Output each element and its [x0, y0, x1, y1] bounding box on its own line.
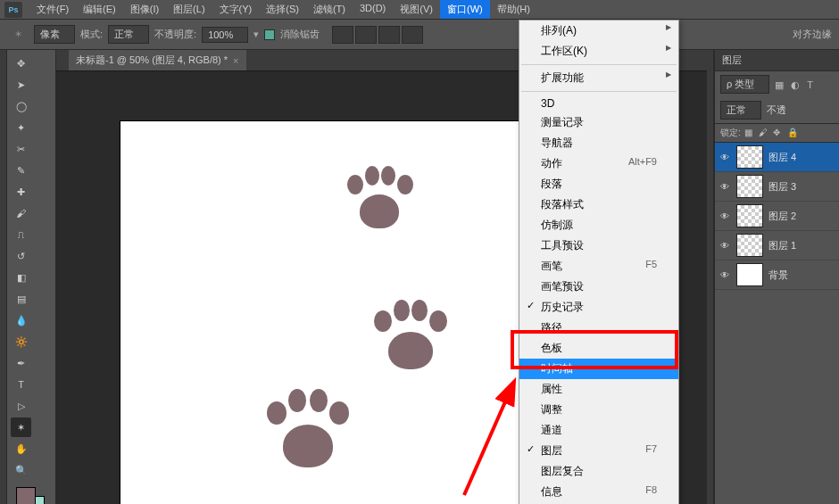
menu-item-7[interactable]: 3D(D): [353, 0, 393, 19]
menu-entry[interactable]: 3D: [519, 95, 678, 112]
layer-thumbnail[interactable]: [736, 175, 763, 198]
lock-position-icon[interactable]: ✥: [773, 128, 784, 138]
menu-item-6[interactable]: 滤镜(T): [306, 0, 353, 19]
mode-select[interactable]: 正常: [108, 25, 149, 44]
filter-type-icon[interactable]: T: [807, 79, 818, 90]
color-swatches: [11, 487, 52, 504]
menu-entry[interactable]: 图层复合: [519, 461, 678, 482]
paw-shape: [344, 166, 415, 237]
visibility-toggle-icon[interactable]: 👁: [719, 269, 731, 280]
gradient-tool[interactable]: ▤: [11, 289, 31, 309]
antialias-checkbox[interactable]: [264, 29, 275, 40]
blend-mode-select[interactable]: 正常: [720, 101, 761, 120]
annotation-arrow: [446, 375, 527, 500]
menu-entry[interactable]: 画笔预设: [519, 277, 678, 297]
layer-thumbnail[interactable]: [736, 263, 763, 286]
move-tool[interactable]: ✥: [11, 54, 31, 73]
menu-entry[interactable]: 测量记录: [519, 112, 678, 133]
path-op-3[interactable]: [378, 26, 400, 44]
path-op-4[interactable]: [402, 26, 423, 44]
menu-item-4[interactable]: 文字(Y): [212, 0, 260, 19]
eraser-tool[interactable]: ◧: [11, 268, 31, 287]
lock-label: 锁定:: [720, 127, 741, 139]
menu-entry[interactable]: 导航器: [519, 133, 678, 153]
stamp-tool[interactable]: ⎍: [11, 225, 31, 244]
zoom-tool[interactable]: 🔍: [11, 460, 31, 480]
right-panels: 图层 ρ 类型 ▦ ◐ T 正常 不透 锁定: ▦ 🖌 ✥ 🔒 👁图层 4👁图层…: [714, 50, 839, 504]
blur-tool[interactable]: 💧: [11, 310, 31, 330]
path-op-2[interactable]: [355, 26, 377, 44]
document-tab[interactable]: 未标题-1 @ 50% (图层 4, RGB/8) * ×: [69, 50, 246, 70]
layer-thumbnail[interactable]: [736, 234, 763, 257]
menu-item-1[interactable]: 编辑(E): [76, 0, 123, 19]
menu-entry[interactable]: 调整: [519, 400, 678, 420]
path-op-1[interactable]: [332, 26, 353, 44]
close-tab-icon[interactable]: ×: [233, 55, 238, 66]
opacity-arrow-icon[interactable]: ▾: [253, 29, 259, 40]
menu-item-0[interactable]: 文件(F): [29, 0, 76, 19]
lock-all-icon[interactable]: 🔒: [787, 128, 798, 138]
menu-item-10[interactable]: 帮助(H): [490, 0, 537, 19]
layer-row[interactable]: 👁背景: [715, 260, 839, 290]
menu-entry[interactable]: 画笔F5: [519, 256, 678, 277]
filter-pixel-icon[interactable]: ▦: [775, 79, 785, 90]
layer-thumbnail[interactable]: [736, 204, 763, 227]
layer-row[interactable]: 👁图层 2: [715, 202, 839, 231]
layers-panel-tab[interactable]: 图层: [715, 50, 839, 71]
tool-preset-icon[interactable]: ✶: [7, 24, 29, 45]
menu-entry[interactable]: 动作Alt+F9: [519, 153, 678, 174]
layer-filter-select[interactable]: ρ 类型: [720, 75, 769, 94]
brush-tool[interactable]: 🖌: [11, 203, 31, 223]
menu-entry[interactable]: 仿制源: [519, 215, 678, 235]
unit-select[interactable]: 像素: [34, 25, 75, 44]
menu-item-2[interactable]: 图像(I): [123, 0, 166, 19]
menu-item-3[interactable]: 图层(L): [166, 0, 212, 19]
menu-entry[interactable]: 工具预设: [519, 235, 678, 256]
menu-entry[interactable]: 属性: [519, 379, 678, 400]
lock-transparent-icon[interactable]: ▦: [744, 128, 755, 138]
layer-row[interactable]: 👁图层 3: [715, 172, 839, 202]
menu-entry[interactable]: 路径: [519, 318, 678, 338]
menu-item-5[interactable]: 选择(S): [259, 0, 306, 19]
lasso-tool[interactable]: ◯: [11, 96, 31, 116]
path-select-tool[interactable]: ➤: [11, 75, 31, 95]
visibility-toggle-icon[interactable]: 👁: [719, 152, 731, 162]
filter-adjust-icon[interactable]: ◐: [791, 79, 802, 90]
menu-entry[interactable]: 扩展功能: [519, 68, 678, 88]
direct-select-tool[interactable]: ▷: [11, 396, 31, 416]
layer-row[interactable]: 👁图层 4: [715, 143, 839, 172]
layer-row[interactable]: 👁图层 1: [715, 231, 839, 260]
opacity-select[interactable]: 100%: [202, 27, 248, 43]
menu-entry[interactable]: 图层F7: [519, 441, 678, 461]
healing-tool[interactable]: ✚: [11, 182, 31, 202]
menu-entry[interactable]: 信息F8: [519, 482, 678, 502]
menu-entry[interactable]: 排列(A): [519, 21, 678, 41]
app-logo: Ps: [4, 2, 22, 18]
lock-paint-icon[interactable]: 🖌: [759, 128, 769, 138]
menu-item-9[interactable]: 窗口(W): [440, 0, 490, 19]
crop-tool[interactable]: ✂: [11, 139, 31, 159]
visibility-toggle-icon[interactable]: 👁: [719, 211, 731, 221]
history-brush-tool[interactable]: ↺: [11, 246, 31, 266]
magic-wand-tool[interactable]: ✦: [11, 118, 31, 137]
menu-entry[interactable]: 工作区(K): [519, 41, 678, 62]
layer-thumbnail[interactable]: [736, 145, 763, 169]
type-tool[interactable]: T: [11, 375, 31, 394]
eyedropper-tool[interactable]: ✎: [11, 161, 31, 180]
menu-entry[interactable]: 段落: [519, 174, 678, 194]
left-dock-strip: [0, 50, 7, 504]
shape-tool[interactable]: ✶: [11, 417, 31, 437]
hand-tool[interactable]: ✋: [11, 439, 31, 459]
menu-entry[interactable]: 色板: [519, 338, 678, 359]
foreground-swatch[interactable]: [16, 487, 36, 504]
visibility-toggle-icon[interactable]: 👁: [719, 240, 731, 251]
menu-entry[interactable]: 历史记录: [519, 297, 678, 318]
options-bar: ✶ 像素 模式: 正常 不透明度: 100% ▾ 消除锯齿 对齐边缘: [0, 20, 839, 50]
dodge-tool[interactable]: 🔆: [11, 332, 31, 351]
pen-tool[interactable]: ✒: [11, 353, 31, 373]
menu-entry[interactable]: 时间轴: [519, 359, 678, 379]
menu-entry[interactable]: 通道: [519, 420, 678, 441]
menu-item-8[interactable]: 视图(V): [393, 0, 440, 19]
menu-entry[interactable]: 段落样式: [519, 194, 678, 215]
visibility-toggle-icon[interactable]: 👁: [719, 181, 731, 192]
